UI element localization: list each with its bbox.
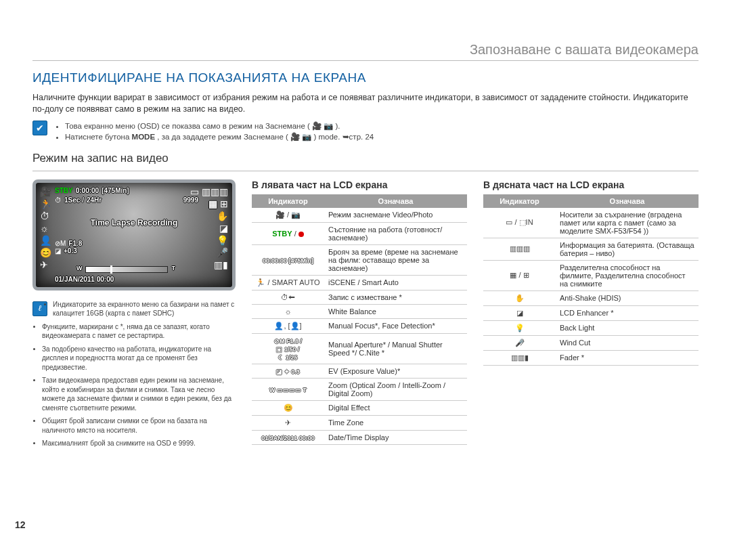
indicator-cell: 😊 bbox=[252, 400, 324, 415]
indicator-cell: 00:00:00 [475Min] bbox=[252, 244, 324, 275]
indicator-cell: ▦ / ⊞ bbox=[483, 260, 556, 290]
fader-icon: ▥▮ bbox=[214, 260, 228, 270]
interval-icon: ⏱ bbox=[55, 196, 62, 204]
lcd-preview: 🎥 🏃 ⏱ ☼ 👤 😊 ✈ ▭ ▥▥▥ ▦ ⊞ ✋ ◪ 💡 🎤 ▥▮ bbox=[32, 179, 236, 290]
left-table-title: В лявата част на LCD екрана bbox=[252, 179, 467, 190]
table-row: 👤, [👤]Manual Focus*, Face Detection* bbox=[252, 318, 467, 333]
divider-top bbox=[32, 60, 699, 61]
th-meaning: Означава bbox=[324, 194, 467, 208]
indicator-cell: 🎥 / 📷 bbox=[252, 208, 324, 223]
lcd-center-text: Time Lapse Recording bbox=[36, 218, 232, 228]
table-row: 01/JAN/2011 00:00Date/Time Display bbox=[252, 430, 467, 444]
lcd-ev: +0.3 bbox=[64, 247, 77, 255]
right-table-title: В дясната част на LCD екрана bbox=[483, 179, 699, 190]
indicator-cell: ✈ bbox=[252, 415, 324, 430]
table-row: ⏱⬅Запис с изместване * bbox=[252, 290, 467, 304]
table-row: ✋Anti-Shake (HDIS) bbox=[483, 290, 699, 305]
indicator-cell: 🏃 / SMART AUTO bbox=[252, 275, 324, 290]
subsection-title: Режим на запис на видео bbox=[32, 152, 699, 165]
indicator-cell: STBY / bbox=[252, 222, 324, 244]
meaning-cell: Back Light bbox=[556, 320, 699, 335]
lcd-remain: [475Min] bbox=[102, 187, 129, 194]
meaning-cell: Запис с изместване * bbox=[324, 290, 467, 304]
lcd-stby: STBY bbox=[55, 187, 73, 194]
indicator-cell: ◪ ✦ 0.3 bbox=[252, 364, 324, 378]
video-mode-icon: 🎥 bbox=[40, 187, 51, 196]
meaning-cell: Anti-Shake (HDIS) bbox=[556, 290, 699, 305]
indicator-cell: ⊘M F1.8 /⬚ 1/50 /☾ 1/25 bbox=[252, 333, 324, 364]
indicator-cell: 01/JAN/2011 00:00 bbox=[252, 430, 324, 444]
meaning-cell: Date/Time Display bbox=[324, 430, 467, 444]
indicator-cell: ◪ bbox=[483, 305, 556, 320]
meaning-cell: Състояние на работа (готовност/заснемане… bbox=[324, 222, 467, 244]
breadcrumb: Запознаване с вашата видеокамера bbox=[32, 42, 699, 60]
note-item: За подобрено качество на работата, индик… bbox=[42, 345, 236, 372]
meaning-cell: Wind Cut bbox=[556, 335, 699, 350]
table-row: ▭ / ⬚INНосители за съхранение (вградена … bbox=[483, 208, 699, 238]
meaning-cell: Режим заснемане Video/Photo bbox=[324, 208, 467, 223]
zoom-w: W bbox=[76, 265, 83, 272]
meaning-cell: Информация за батерията. (Оставаща батер… bbox=[556, 238, 699, 260]
table-row: 00:00:00 [475Min]Брояч за време (време н… bbox=[252, 244, 467, 275]
windcut-icon: 🎤 bbox=[217, 248, 228, 257]
table-row: ✈Time Zone bbox=[252, 415, 467, 430]
zoom-t: T bbox=[172, 265, 176, 272]
table-row: ▥▥▮Fader * bbox=[483, 350, 699, 365]
check-icon: ✔ bbox=[32, 121, 47, 135]
divider-sub bbox=[32, 171, 699, 171]
table-row: W ▭▭▭▭ TZoom (Optical Zoom / Intelli-Zoo… bbox=[252, 378, 467, 400]
indicator-cell: ☼ bbox=[252, 304, 324, 318]
lcd-interval: 1Sec / bbox=[64, 196, 84, 204]
table-row: STBY / Състояние на работа (готовност/за… bbox=[252, 222, 467, 244]
meaning-cell: EV (Exposure Value)* bbox=[324, 364, 467, 378]
table-row: 😊Digital Effect bbox=[252, 400, 467, 415]
indicator-cell: ▥▥▮ bbox=[483, 350, 556, 365]
table-row: 🎥 / 📷Режим заснемане Video/Photo bbox=[252, 208, 467, 223]
tip2-a: Натиснете бутона bbox=[65, 133, 132, 141]
zoom-bar: W T bbox=[85, 266, 168, 273]
right-table: Индикатор Означава ▭ / ⬚INНосители за съ… bbox=[483, 194, 699, 366]
th-indicator-r: Индикатор bbox=[483, 194, 556, 208]
meaning-cell: Zoom (Optical Zoom / Intelli-Zoom / Digi… bbox=[324, 378, 467, 400]
lcd-date: 01/JAN/2011 00:00 bbox=[55, 276, 198, 283]
indicator-cell: ⏱⬅ bbox=[252, 290, 324, 304]
indicator-cell: 💡 bbox=[483, 320, 556, 335]
indicator-cell: W ▭▭▭▭ T bbox=[252, 378, 324, 400]
indicator-cell: ▭ / ⬚IN bbox=[483, 208, 556, 238]
meaning-cell: Брояч за време (време на заснемане на фи… bbox=[324, 244, 467, 275]
focus-icon: 👤 bbox=[40, 236, 51, 245]
table-row: ☼White Balance bbox=[252, 304, 467, 318]
lcd-aperture: F1.8 bbox=[68, 240, 82, 247]
meaning-cell: Digital Effect bbox=[324, 400, 467, 415]
left-table: Индикатор Означава 🎥 / 📷Режим заснемане … bbox=[252, 194, 467, 445]
tip-line-1: Това екранно меню (OSD) се показва само … bbox=[65, 121, 374, 131]
notes-list: Индикаторите за екранното меню са базира… bbox=[32, 300, 236, 448]
indicator-cell: 🎤̷ bbox=[483, 335, 556, 350]
page-number: 12 bbox=[15, 519, 26, 530]
note-item: Максималният брой за снимките на OSD е 9… bbox=[42, 439, 236, 448]
meaning-cell: Time Zone bbox=[324, 415, 467, 430]
effect-icon: 😊 bbox=[40, 248, 51, 257]
table-row: 🎤̷Wind Cut bbox=[483, 335, 699, 350]
ev-icon: ◪ bbox=[55, 247, 61, 255]
meaning-cell: Manual Focus*, Face Detection* bbox=[324, 318, 467, 333]
note-item: Тази видеокамера предоставя един режим н… bbox=[42, 376, 236, 412]
table-row: ▦ / ⊞Разделителна способност на филмите,… bbox=[483, 260, 699, 290]
note-item: Общият брой записани снимки се брои на б… bbox=[42, 416, 236, 435]
indicator-cell: ✋ bbox=[483, 290, 556, 305]
table-row: ▥▥▥Информация за батерията. (Оставаща ба… bbox=[483, 238, 699, 260]
tip-block: ✔ Това екранно меню (OSD) се показва сам… bbox=[32, 121, 699, 142]
lcd-shots: 9999 bbox=[183, 196, 198, 204]
lcd-period: 24Hr bbox=[87, 196, 102, 204]
mode-label: MODE bbox=[132, 133, 156, 141]
meaning-cell: LCD Enhancer * bbox=[556, 305, 699, 320]
th-meaning-r: Означава bbox=[556, 194, 699, 208]
backlight-icon: 💡 bbox=[217, 236, 228, 245]
section-title: ИДЕНТИФИЦИРАНЕ НА ПОКАЗАНИЯТА НА ЕКРАНА bbox=[32, 70, 699, 85]
video-icon-2: 🎥 📷 bbox=[290, 133, 311, 141]
table-row: 💡Back Light bbox=[483, 320, 699, 335]
video-icon: 🎥 📷 bbox=[312, 122, 333, 130]
zoom-indicator bbox=[110, 265, 112, 274]
tip-line-2: Натиснете бутона MODE , за да зададете р… bbox=[65, 131, 374, 142]
table-row: ⊘M F1.8 /⬚ 1/50 /☾ 1/25Manual Aperture* … bbox=[252, 333, 467, 364]
